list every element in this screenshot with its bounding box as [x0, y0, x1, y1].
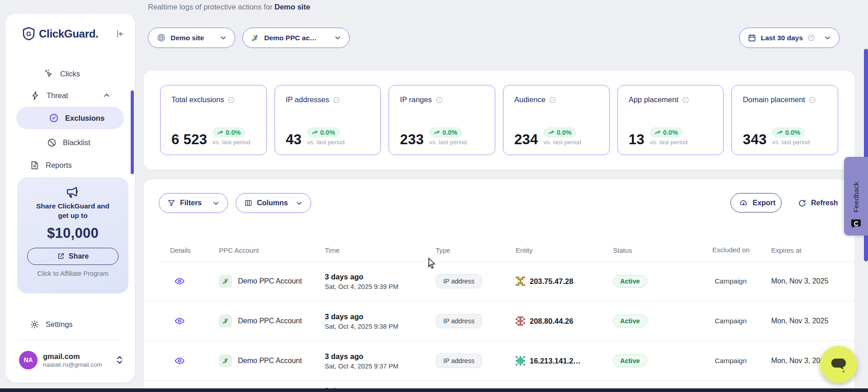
- sidebar-item-clicks[interactable]: Clicks: [5, 66, 135, 81]
- column-header-expires-at[interactable]: Expires at: [771, 246, 802, 254]
- ip-identicon: [516, 276, 525, 286]
- details-eye-icon[interactable]: [174, 355, 185, 366]
- stat-value: 6 523: [171, 134, 207, 146]
- document-icon: [30, 161, 39, 170]
- expires-at-cell: Mon, Nov 3, 2025: [771, 317, 828, 325]
- exclusions-table-panel: Filters Columns Export Refresh Details P…: [144, 179, 854, 392]
- google-ads-icon: [219, 314, 232, 327]
- chevron-down-icon: [213, 200, 219, 207]
- time-relative: 3 days ago: [325, 312, 398, 321]
- stat-sub: vs. last period: [544, 139, 581, 146]
- status-cell: Active: [613, 315, 647, 327]
- help-icon[interactable]: ?: [549, 96, 556, 104]
- help-icon[interactable]: ?: [436, 96, 443, 104]
- globe-icon: [157, 33, 166, 43]
- trend-up-icon: [312, 130, 318, 135]
- stat-label: Audience: [514, 95, 545, 104]
- trend-up-icon: [777, 130, 783, 135]
- excluded-on-cell: Campaign: [705, 277, 757, 285]
- stat-label: IP ranges: [400, 95, 432, 104]
- date-range-dropdown[interactable]: Last 30 days ?: [739, 28, 840, 48]
- export-button-label: Export: [753, 199, 776, 207]
- table-row[interactable]: Demo PPC Account 3 days ago Sat, Oct 4, …: [144, 301, 854, 341]
- site-selector-value: Demo site: [171, 34, 204, 42]
- stat-delta: 0.0%: [557, 129, 572, 136]
- sidebar-item-settings[interactable]: Settings: [5, 316, 135, 332]
- help-icon[interactable]: ?: [333, 96, 340, 104]
- feedback-tab[interactable]: Feedback: [844, 157, 868, 236]
- filters-button[interactable]: Filters: [159, 193, 228, 213]
- sidebar-item-reports[interactable]: Reports: [5, 157, 135, 173]
- sidebar-item-label: Clicks: [60, 70, 80, 78]
- details-eye-icon[interactable]: [174, 276, 185, 287]
- account-selector-value: Demo PPC ac…: [264, 34, 317, 42]
- help-icon[interactable]: ?: [682, 96, 689, 104]
- columns-button-label: Columns: [257, 199, 288, 207]
- svg-text:?: ?: [335, 98, 337, 102]
- details-eye-icon[interactable]: [174, 316, 185, 326]
- time-absolute: Sat, Oct 4, 2025 9:37 PM: [325, 362, 398, 369]
- affiliate-link[interactable]: Click to Affiliate Program: [17, 270, 128, 277]
- trend-up-icon: [548, 130, 555, 135]
- sidebar-item-label: Blacklist: [63, 138, 90, 147]
- sidebar-item-threat[interactable]: Threat: [5, 88, 135, 103]
- type-chip: IP address: [436, 274, 482, 288]
- refresh-button[interactable]: Refresh: [790, 193, 846, 213]
- entity-value: 208.80.44.26: [530, 316, 573, 325]
- sidebar-item-blacklist[interactable]: Blacklist: [5, 135, 135, 150]
- column-header-status[interactable]: Status: [613, 246, 632, 254]
- stat-card-audience: Audience ? 234 0.0% vs. last period: [503, 85, 610, 155]
- help-icon[interactable]: ?: [228, 96, 235, 104]
- stat-sub: vs. last period: [772, 139, 810, 146]
- excluded-on-cell: Campaign: [705, 357, 757, 365]
- svg-text:?: ?: [438, 98, 440, 102]
- status-cell: Active: [613, 354, 647, 367]
- cloud-download-icon: [739, 199, 748, 207]
- stat-value: 13: [629, 134, 645, 146]
- stat-card-domain-placement: Domain placement ? 343 0.0% vs. last per…: [731, 85, 838, 155]
- stat-value: 234: [514, 134, 538, 146]
- user-menu[interactable]: NA gmail.com naatali.ro@gmail.com: [19, 349, 123, 371]
- svg-text:?: ?: [552, 98, 554, 102]
- ppc-account-name: Demo PPC Account: [238, 277, 302, 285]
- columns-button[interactable]: Columns: [236, 193, 311, 213]
- column-header-excluded-on[interactable]: Excluded on: [711, 246, 750, 255]
- bottom-window-edge: [0, 388, 868, 392]
- help-icon[interactable]: ?: [809, 96, 816, 104]
- time-absolute: Sat, Oct 4, 2025 9:39 PM: [325, 283, 398, 290]
- sidebar-collapse-icon[interactable]: [116, 29, 125, 38]
- time-absolute: Sat, Oct 4, 2025 9:38 PM: [325, 322, 398, 330]
- stat-card-ip-ranges: IP ranges ? 233 0.0% vs. last period: [389, 85, 495, 155]
- stat-delta: 0.0%: [785, 129, 800, 136]
- table-row[interactable]: Demo PPC Account 3 days ago Sat, Oct 4, …: [144, 261, 854, 301]
- table-row[interactable]: Demo PPC Account 3 days ago Sat, Oct 4, …: [144, 341, 854, 381]
- column-header-account[interactable]: PPC Account: [219, 246, 259, 254]
- columns-icon: [244, 199, 252, 207]
- chevron-down-icon: [334, 34, 341, 41]
- user-email: naatali.ro@gmail.com: [43, 361, 102, 368]
- promo-text-line1: Share ClickGuard and: [17, 202, 128, 211]
- stat-delta: 0.0%: [320, 129, 335, 136]
- chevron-up-down-icon: [116, 355, 123, 364]
- export-button[interactable]: Export: [730, 193, 782, 213]
- type-cell: IP address: [436, 354, 482, 368]
- svg-text:?: ?: [230, 98, 232, 102]
- sidebar-item-exclusions[interactable]: Exclusions: [16, 107, 124, 129]
- column-header-time[interactable]: Time: [325, 246, 340, 254]
- status-cell: Active: [613, 275, 647, 288]
- column-header-details[interactable]: Details: [170, 246, 191, 254]
- promo-text-line2: get up to: [17, 211, 128, 221]
- column-header-entity[interactable]: Entity: [516, 246, 533, 254]
- stat-card-ip-addresses: IP addresses ? 43 0.0% vs. last period: [275, 85, 381, 155]
- svg-text:G: G: [26, 30, 31, 38]
- sidebar-item-label: Exclusions: [65, 114, 104, 123]
- sidebar-scrollbar-thumb[interactable]: [131, 90, 134, 174]
- account-selector-dropdown[interactable]: Demo PPC ac…: [242, 28, 350, 48]
- ppc-account-name: Demo PPC Account: [238, 317, 302, 325]
- stat-card-app-placement: App placement ? 13 0.0% vs. last period: [617, 85, 724, 155]
- ban-icon: [47, 138, 57, 147]
- chat-launcher-button[interactable]: [820, 346, 857, 383]
- share-button[interactable]: Share: [27, 248, 119, 265]
- column-header-type[interactable]: Type: [436, 246, 451, 254]
- site-selector-dropdown[interactable]: Demo site: [148, 28, 235, 48]
